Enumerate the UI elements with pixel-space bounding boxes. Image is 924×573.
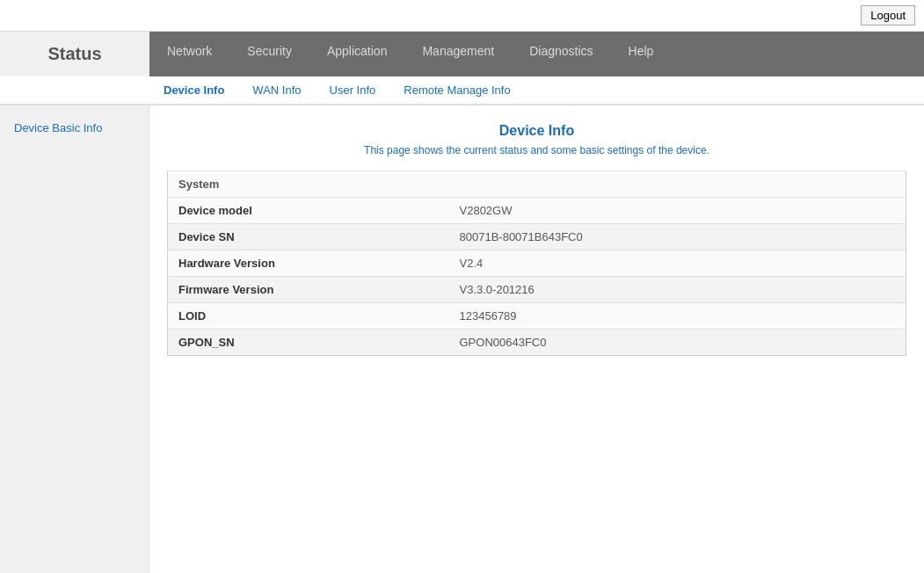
table-row: GPON_SNGPON00643FC0 [168,330,906,356]
row-label: Hardware Version [168,250,449,277]
row-label: Device SN [168,224,449,250]
nav-item-application[interactable]: Application [309,32,405,76]
main-nav: Status Network Security Application Mana… [0,32,924,76]
row-label: Device model [168,198,449,224]
sidebar: Device Basic Info [0,105,149,573]
sub-nav-remote-manage-info[interactable]: Remote Manage Info [389,76,524,104]
nav-item-help[interactable]: Help [611,32,672,76]
top-bar: Logout [0,0,924,32]
nav-item-diagnostics[interactable]: Diagnostics [512,32,610,76]
page-title: Device Info [167,123,906,139]
nav-item-management[interactable]: Management [404,32,512,76]
table-row: Firmware VersionV3.3.0-201216 [168,277,906,303]
info-table: System Device modelV2802GWDevice SN80071… [167,170,906,356]
row-value: 80071B-80071B643FC0 [449,224,906,250]
row-value: GPON00643FC0 [449,330,906,356]
row-label: GPON_SN [168,330,449,356]
row-label: LOID [168,303,449,330]
main-content: Device Info This page shows the current … [149,105,924,573]
row-value: V2.4 [449,250,906,277]
table-row: Device SN80071B-80071B643FC0 [168,224,906,250]
table-row: Device modelV2802GW [168,198,906,224]
sub-nav: Device Info WAN Info User Info Remote Ma… [0,76,924,105]
sub-nav-user-info[interactable]: User Info [316,76,390,104]
status-label: Status [0,32,149,76]
page-subtitle: This page shows the current status and s… [167,144,906,156]
logout-button[interactable]: Logout [861,5,915,25]
row-value: V3.3.0-201216 [449,277,906,303]
sidebar-item-device-basic-info[interactable]: Device Basic Info [0,114,149,141]
nav-items: Network Security Application Management … [149,32,924,76]
row-value: V2802GW [449,198,906,224]
nav-item-security[interactable]: Security [229,32,309,76]
table-row: Hardware VersionV2.4 [168,250,906,277]
section-header: System [168,171,906,198]
sub-nav-device-info[interactable]: Device Info [149,76,238,104]
row-value: 123456789 [449,303,906,330]
table-row: LOID123456789 [168,303,906,330]
sub-nav-wan-info[interactable]: WAN Info [238,76,315,104]
row-label: Firmware Version [168,277,449,303]
page-layout: Device Basic Info Device Info This page … [0,105,924,573]
nav-item-network[interactable]: Network [149,32,229,76]
